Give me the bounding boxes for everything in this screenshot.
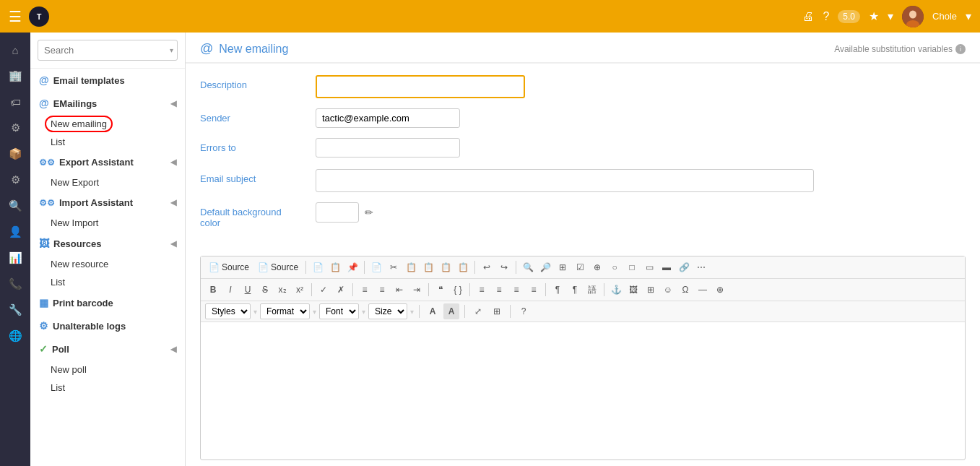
- pagebreak-btn[interactable]: ⊕: [712, 282, 728, 298]
- sup-btn[interactable]: x²: [292, 282, 308, 298]
- table2-btn[interactable]: ⊞: [643, 282, 659, 298]
- sidebar-item-new-emailing[interactable]: New emailing: [30, 115, 185, 133]
- checkbox-btn[interactable]: ☑: [572, 259, 588, 275]
- source-button-1[interactable]: 📄 Source: [205, 261, 253, 274]
- align-right-btn[interactable]: ≡: [508, 282, 524, 298]
- sidebar-item-import-assistant[interactable]: ⚙⚙ Import Assistant ◀: [30, 191, 185, 214]
- sidebar-item-unalterable-logs[interactable]: ⚙ Unalterable logs: [30, 314, 185, 337]
- paste-btn[interactable]: 📌: [344, 259, 360, 275]
- frame-btn[interactable]: ▭: [641, 259, 657, 275]
- search-dropdown-arrow[interactable]: ▾: [170, 46, 173, 54]
- cut-btn[interactable]: ✂: [386, 259, 402, 275]
- sidebar-item-list-resources[interactable]: List: [30, 273, 185, 291]
- format-select[interactable]: Format: [260, 303, 310, 319]
- sidebar-item-new-resource[interactable]: New resource: [30, 255, 185, 273]
- code-btn[interactable]: { }: [450, 282, 466, 298]
- special-btn[interactable]: Ω: [677, 282, 693, 298]
- source-button-2[interactable]: 📄 Source: [254, 261, 302, 274]
- sidebar-item-list-poll[interactable]: List: [30, 379, 185, 397]
- sidebar-item-poll[interactable]: ✓ Poll ◀: [30, 337, 185, 361]
- sidebar-item-export-assistant[interactable]: ⚙⚙ Export Assistant ◀: [30, 151, 185, 173]
- rail-wrench[interactable]: 🔧: [4, 298, 27, 322]
- sidebar-item-resources[interactable]: 🖼 Resources ◀: [30, 232, 185, 255]
- rtl-btn[interactable]: ¶: [567, 282, 583, 298]
- rail-building[interactable]: 🏢: [4, 64, 27, 87]
- hr-btn[interactable]: —: [695, 282, 711, 298]
- color-swatch[interactable]: [316, 202, 359, 223]
- circle-btn[interactable]: ○: [607, 259, 623, 275]
- styles-select[interactable]: Styles: [205, 303, 251, 319]
- sidebar-item-email-templates[interactable]: @ Email templates: [30, 69, 185, 92]
- rail-gear[interactable]: ⚙: [4, 168, 27, 191]
- align-justify-btn[interactable]: ≡: [526, 282, 542, 298]
- rail-user[interactable]: 👤: [4, 220, 27, 243]
- insert2-btn[interactable]: ⊕: [589, 259, 605, 275]
- link-btn[interactable]: 🔗: [676, 259, 692, 275]
- paste2-btn[interactable]: 📋: [420, 259, 436, 275]
- sidebar-item-print-barcode[interactable]: ▦ Print barcode: [30, 291, 185, 314]
- chevron-down-icon[interactable]: ▾: [888, 9, 893, 23]
- hamburger-menu[interactable]: ☰: [9, 8, 22, 25]
- help-editor-btn[interactable]: ?: [516, 303, 532, 319]
- user-name[interactable]: Chole: [932, 11, 957, 22]
- info-icon[interactable]: i: [955, 44, 966, 54]
- insert-btn[interactable]: 📄: [368, 259, 384, 275]
- email-subject-input[interactable]: [316, 169, 814, 192]
- outdent-btn[interactable]: ⇤: [391, 282, 407, 298]
- sidebar-item-emailings[interactable]: @ EMailings ◀: [30, 92, 185, 115]
- sidebar-item-new-export[interactable]: New Export: [30, 173, 185, 191]
- strike-btn[interactable]: S: [257, 282, 273, 298]
- editor-body[interactable]: [201, 322, 965, 423]
- rail-package[interactable]: 📦: [4, 142, 27, 165]
- rail-tag[interactable]: 🏷: [4, 90, 27, 113]
- search-input[interactable]: [38, 40, 178, 61]
- star-icon[interactable]: ★: [869, 9, 879, 23]
- rail-chart[interactable]: 📊: [4, 246, 27, 269]
- lang-btn[interactable]: 語: [584, 282, 600, 298]
- new-page-btn[interactable]: 📄: [310, 259, 326, 275]
- square-btn[interactable]: □: [624, 259, 640, 275]
- font-bg-btn[interactable]: A: [443, 303, 459, 319]
- ol-btn[interactable]: ≡: [357, 282, 373, 298]
- anchor-btn[interactable]: ⚓: [608, 282, 624, 298]
- help-icon[interactable]: ?: [823, 10, 829, 23]
- size-select[interactable]: Size: [368, 303, 407, 319]
- image-btn[interactable]: 🖼: [625, 282, 641, 298]
- ltr-btn[interactable]: ¶: [550, 282, 565, 298]
- sidebar-item-new-poll[interactable]: New poll: [30, 361, 185, 379]
- color-pick-button[interactable]: ✏: [365, 207, 373, 218]
- rail-phone[interactable]: 📞: [4, 272, 27, 295]
- rail-search[interactable]: 🔍: [4, 194, 27, 217]
- copy-btn[interactable]: 📋: [403, 259, 419, 275]
- sidebar-item-list-emailing[interactable]: List: [30, 133, 185, 151]
- paste3-btn[interactable]: 📋: [438, 259, 454, 275]
- sidebar-item-new-import[interactable]: New Import: [30, 214, 185, 232]
- indent-btn[interactable]: ⇥: [409, 282, 425, 298]
- align-center-btn[interactable]: ≡: [491, 282, 507, 298]
- eraser-btn[interactable]: ✗: [333, 282, 349, 298]
- bold-btn[interactable]: B: [205, 282, 221, 298]
- redo-btn[interactable]: ↪: [496, 259, 512, 275]
- sub-btn[interactable]: x₂: [274, 282, 290, 298]
- italic-btn[interactable]: I: [222, 282, 238, 298]
- ul-btn[interactable]: ≡: [374, 282, 390, 298]
- quote-btn[interactable]: ❝: [433, 282, 448, 298]
- description-input[interactable]: [316, 75, 525, 98]
- align-left-btn[interactable]: ≡: [474, 282, 490, 298]
- black-btn[interactable]: ▬: [659, 259, 675, 275]
- font-color-btn[interactable]: A: [425, 303, 441, 319]
- emoji-btn[interactable]: ☺: [660, 282, 676, 298]
- maximize-btn[interactable]: ⤢: [470, 303, 486, 319]
- check-btn[interactable]: ✓: [316, 282, 331, 298]
- user-chevron-icon[interactable]: ▾: [966, 9, 971, 23]
- templates-btn[interactable]: 📋: [327, 259, 343, 275]
- zoom-in-btn[interactable]: 🔍: [520, 259, 536, 275]
- print-icon[interactable]: 🖨: [802, 10, 814, 23]
- errors-to-input[interactable]: [316, 138, 460, 158]
- sender-input[interactable]: [316, 108, 460, 128]
- underline-btn[interactable]: U: [240, 282, 256, 298]
- rail-tools[interactable]: ⚙: [4, 116, 27, 139]
- font-select[interactable]: Font: [319, 303, 359, 319]
- blocks-btn[interactable]: ⊞: [489, 303, 505, 319]
- rail-home[interactable]: ⌂: [4, 38, 27, 61]
